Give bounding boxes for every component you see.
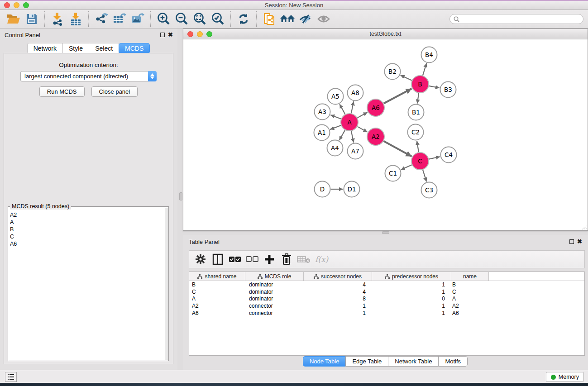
run-mcds-button[interactable]: Run MCDS <box>39 86 85 97</box>
tab-node-table[interactable]: Node Table <box>303 356 346 367</box>
horizontal-splitter-handle[interactable] <box>382 231 389 234</box>
edge-A-A2[interactable] <box>358 127 368 132</box>
add-row-icon[interactable] <box>261 252 278 267</box>
node-label-C: C <box>418 157 422 165</box>
network-view-window[interactable]: testGlobe.txt B4B2BB3A8A5A6A3B1AC2A1A2A4… <box>183 29 588 231</box>
edge-A2-C[interactable] <box>384 141 412 157</box>
float-table-panel-icon[interactable] <box>569 239 574 244</box>
float-panel-icon[interactable] <box>160 33 165 37</box>
edge-C-C2[interactable] <box>417 141 419 152</box>
search-input[interactable] <box>462 16 579 22</box>
result-list-item[interactable]: C <box>10 233 165 240</box>
tab-edge-table[interactable]: Edge Table <box>345 356 388 367</box>
result-list-item[interactable]: B <box>10 226 165 233</box>
main-titlebar[interactable]: Session: New Session <box>0 1 588 10</box>
edge-C-C4[interactable] <box>429 157 440 159</box>
new-network-from-selection-icon[interactable] <box>260 11 278 27</box>
table-panel-title: Table Panel <box>189 238 220 245</box>
column-header-name[interactable]: name <box>451 272 489 281</box>
edge-A-A4[interactable] <box>339 130 345 140</box>
delete-table-icon[interactable] <box>295 252 312 267</box>
save-session-icon[interactable] <box>23 11 41 27</box>
edge-A-A8[interactable] <box>351 101 354 113</box>
close-panel-icon[interactable]: ✖ <box>168 33 173 37</box>
edge-B-B1[interactable] <box>417 93 419 104</box>
window-resize-grip[interactable] <box>581 224 587 230</box>
tab-network[interactable]: Network <box>27 43 63 54</box>
table-row[interactable]: Bdominator41B <box>189 281 584 288</box>
deselect-all-icon[interactable] <box>244 252 261 267</box>
edge-B-B2[interactable] <box>401 75 412 81</box>
hide-selected-icon[interactable] <box>296 11 315 27</box>
cell-successor_nodes: 1 <box>304 303 372 309</box>
zoom-fit-icon[interactable] <box>191 11 209 27</box>
desktop-background <box>0 383 588 386</box>
cell-shared_name: A6 <box>189 310 245 316</box>
tab-mcds[interactable]: MCDS <box>119 43 150 54</box>
edge-B-B3[interactable] <box>429 86 440 88</box>
result-scrollbar[interactable] <box>165 208 168 360</box>
cell-predecessor_nodes: 1 <box>372 281 451 288</box>
cell-name: B <box>451 281 489 288</box>
column-header-MCDS-role[interactable]: MCDS role <box>245 272 304 281</box>
table-panel: Table Panel ✖ f(x) shared nameMCDS roles… <box>183 235 588 370</box>
toolbar-separator <box>256 11 257 27</box>
search-field[interactable] <box>449 14 583 24</box>
tab-style[interactable]: Style <box>62 43 89 54</box>
vertical-splitter-handle[interactable] <box>179 192 182 200</box>
open-file-icon[interactable] <box>5 11 23 27</box>
tab-select[interactable]: Select <box>89 43 119 54</box>
result-list-item[interactable]: A <box>10 219 165 226</box>
table-row[interactable]: A2connector11A2 <box>189 302 584 310</box>
show-column-icon[interactable] <box>209 252 226 267</box>
show-all-icon[interactable] <box>315 11 333 27</box>
node-label-A1: A1 <box>318 129 326 136</box>
first-neighbors-icon[interactable] <box>278 11 296 27</box>
edge-A-A3[interactable] <box>330 115 341 119</box>
table-row[interactable]: A6connector11A6 <box>189 310 584 317</box>
export-table-icon[interactable] <box>110 11 129 27</box>
table-settings-icon[interactable] <box>192 252 209 267</box>
zoom-selected-icon[interactable] <box>209 11 227 27</box>
tab-network-table[interactable]: Network Table <box>388 356 439 367</box>
function-builder-icon[interactable]: f(x) <box>315 255 328 264</box>
edge-A6-B[interactable] <box>384 89 412 104</box>
edge-B-B4[interactable] <box>423 63 426 76</box>
task-history-button[interactable] <box>5 372 17 382</box>
import-table-icon[interactable] <box>67 11 85 27</box>
network-window-titlebar[interactable]: testGlobe.txt <box>183 29 588 39</box>
close-table-panel-icon[interactable]: ✖ <box>577 239 582 244</box>
delete-row-icon[interactable] <box>278 252 295 267</box>
table-row[interactable]: Adominator80A <box>189 295 584 303</box>
close-panel-button[interactable]: Close panel <box>91 86 138 97</box>
edge-C-C3[interactable] <box>423 170 426 181</box>
node-label-A7: A7 <box>351 148 359 155</box>
table-header-row: shared nameMCDS rolesuccessor nodesprede… <box>189 272 584 281</box>
column-header-shared-name[interactable]: shared name <box>189 272 245 281</box>
node-table[interactable]: shared nameMCDS rolesuccessor nodesprede… <box>189 272 585 356</box>
edge-A-A7[interactable] <box>351 131 354 143</box>
export-network-icon[interactable] <box>92 11 110 27</box>
network-canvas[interactable]: B4B2BB3A8A5A6A3B1AC2A1A2A4A7C4CC1C3DD1 <box>184 40 587 230</box>
memory-button[interactable]: Memory <box>546 372 584 382</box>
edge-A-A1[interactable] <box>330 125 341 129</box>
result-list-item[interactable]: A6 <box>10 240 165 248</box>
edge-A-A5[interactable] <box>339 104 345 114</box>
column-header-predecessor-nodes[interactable]: predecessor nodes <box>372 272 451 281</box>
refresh-icon[interactable] <box>234 11 253 27</box>
network-graph[interactable]: B4B2BB3A8A5A6A3B1AC2A1A2A4A7C4CC1C3DD1 <box>184 40 588 231</box>
result-list-item[interactable]: A2 <box>10 211 165 219</box>
column-header-successor-nodes[interactable]: successor nodes <box>304 272 372 281</box>
node-label-B4: B4 <box>425 51 433 58</box>
edge-C-C1[interactable] <box>401 165 412 170</box>
select-all-icon[interactable] <box>226 252 244 267</box>
edge-A-A6[interactable] <box>358 112 368 118</box>
tab-motifs[interactable]: Motifs <box>438 356 468 367</box>
mcds-result-list[interactable]: A2ABCA6 <box>10 211 165 360</box>
export-image-icon[interactable] <box>129 11 147 27</box>
table-row[interactable]: Cdominator41C <box>189 288 584 295</box>
zoom-in-icon[interactable] <box>154 11 172 27</box>
criterion-dropdown[interactable]: largest connected component (directed) <box>20 71 157 81</box>
import-network-icon[interactable] <box>48 11 67 27</box>
zoom-out-icon[interactable] <box>172 11 191 27</box>
